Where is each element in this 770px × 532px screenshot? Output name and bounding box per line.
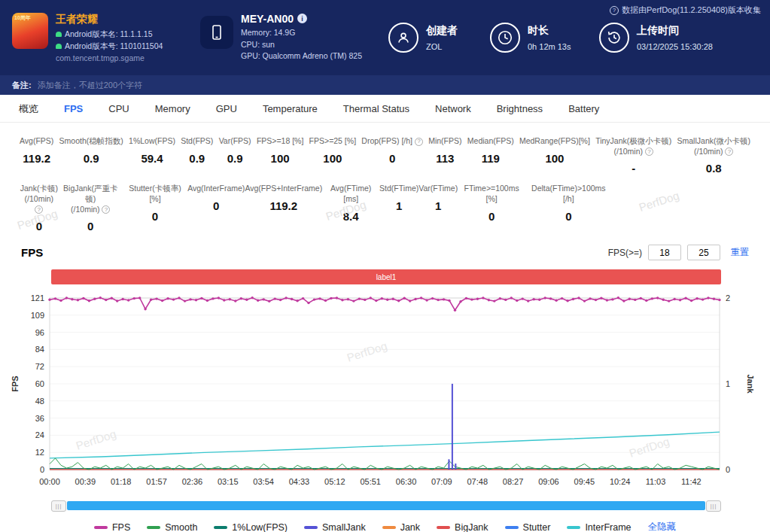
stat-avg-fps: Avg(FPS)119.2 bbox=[20, 136, 53, 175]
creator-value: ZOL bbox=[426, 42, 458, 51]
legend-marker bbox=[147, 526, 160, 529]
fps-threshold-input-1[interactable] bbox=[648, 245, 681, 260]
stat-median-fps: Median(FPS)119 bbox=[467, 136, 514, 175]
stat-label: SmallJank(微小卡顿)(/10min) ? bbox=[677, 136, 750, 157]
svg-text:PerfDog: PerfDog bbox=[345, 339, 389, 364]
fps-section-title: FPS bbox=[21, 246, 43, 259]
svg-text:84: 84 bbox=[35, 345, 44, 354]
stat-bigjank: BigJank(严重卡顿)(/10min) ?0 bbox=[59, 184, 123, 233]
device-gpu: GPU: Qualcomm Adreno (TM) 825 bbox=[241, 50, 362, 62]
history-clock-icon bbox=[599, 23, 629, 53]
reset-link[interactable]: 重置 bbox=[731, 246, 749, 259]
stats-panel: Avg(FPS)119.2Smooth(稳帧指数)0.91%Low(FPS)59… bbox=[0, 123, 770, 233]
stat-value: 0.8 bbox=[677, 162, 750, 175]
device-info-icon[interactable]: i bbox=[297, 14, 307, 23]
game-name: 王者荣耀 bbox=[56, 13, 163, 26]
stat-label: Delta(FTime)>100ms [/h] bbox=[525, 184, 611, 204]
scrollbar-left-handle[interactable]: ||| bbox=[51, 500, 66, 512]
svg-text:03:15: 03:15 bbox=[218, 477, 239, 486]
chart-legend: FPSSmooth1%Low(FPS)SmallJankJankBigJankS… bbox=[0, 521, 770, 532]
legend-marker bbox=[214, 526, 227, 529]
tab-bar: 概览FPSCPUMemoryGPUTemperatureThermal Stat… bbox=[0, 95, 770, 123]
stat-value: 0.9 bbox=[59, 152, 123, 165]
legend-label: SmallJank bbox=[322, 522, 366, 532]
stat-value: 1 bbox=[379, 199, 418, 212]
fps-threshold-input-2[interactable] bbox=[687, 245, 720, 260]
svg-text:FPS: FPS bbox=[11, 376, 20, 392]
legend-item-smooth[interactable]: Smooth bbox=[147, 522, 197, 532]
label-band-text: label1 bbox=[376, 273, 397, 281]
stat-avg-interframe: Avg(InterFrame)0 bbox=[187, 184, 245, 233]
stat-avg-fps-interframe: Avg(FPS+InterFrame)119.2 bbox=[245, 184, 322, 233]
scrollbar-track[interactable] bbox=[67, 501, 705, 510]
stat-std-fps: Std(FPS)0.9 bbox=[181, 136, 213, 175]
clock-icon bbox=[490, 23, 520, 53]
game-package-name: com.tencent.tmgp.sgame bbox=[56, 53, 163, 62]
tab-概览[interactable]: 概览 bbox=[6, 95, 51, 123]
upload-time-section: 上传时间 03/12/2025 15:30:28 bbox=[599, 23, 757, 53]
info-icon[interactable]: ? bbox=[35, 205, 43, 214]
android-icon bbox=[56, 44, 62, 49]
svg-text:72: 72 bbox=[35, 362, 44, 371]
info-icon[interactable]: ? bbox=[102, 205, 110, 214]
stat-std-ftime: Std(FTime)1 bbox=[379, 184, 418, 233]
stat-label: Stutter(卡顿率) [%] bbox=[123, 184, 187, 204]
stat-label: FTime>=100ms [%] bbox=[458, 184, 525, 204]
legend-item-jank[interactable]: Jank bbox=[382, 522, 420, 532]
tab-fps[interactable]: FPS bbox=[51, 95, 96, 123]
tab-gpu[interactable]: GPU bbox=[203, 95, 250, 123]
stat-value: 119.2 bbox=[20, 152, 53, 165]
legend-item-smalljank[interactable]: SmallJank bbox=[304, 522, 366, 532]
legend-item-interframe[interactable]: InterFrame bbox=[567, 522, 631, 532]
info-icon[interactable]: ? bbox=[725, 147, 733, 156]
help-icon[interactable]: ? bbox=[610, 6, 619, 15]
stat-stutter-%: Stutter(卡顿率) [%]0 bbox=[123, 184, 187, 233]
legend-label: BigJank bbox=[455, 522, 488, 532]
stat-label: TinyJank(极微小卡顿)(/10min) ? bbox=[595, 136, 671, 157]
legend-item-stutter[interactable]: Stutter bbox=[505, 522, 551, 532]
stat-smooth: Smooth(稳帧指数)0.9 bbox=[59, 136, 123, 175]
stat-value: 0 bbox=[458, 210, 525, 223]
phone-icon bbox=[200, 16, 233, 49]
svg-text:08:27: 08:27 bbox=[503, 477, 524, 486]
tab-thermal-status[interactable]: Thermal Status bbox=[330, 95, 422, 123]
svg-text:09:06: 09:06 bbox=[538, 477, 559, 486]
svg-text:24: 24 bbox=[35, 431, 44, 440]
svg-text:PerfDog: PerfDog bbox=[628, 435, 671, 460]
svg-text:03:54: 03:54 bbox=[253, 477, 274, 486]
legend-item-bigjank[interactable]: BigJank bbox=[437, 522, 488, 532]
label-band[interactable]: label1 bbox=[51, 269, 721, 284]
stat-value: 0 bbox=[20, 220, 59, 233]
hide-all-link[interactable]: 全隐藏 bbox=[648, 521, 677, 532]
collector-note: ? 数据由PerfDog(11.2.250408)版本收集 bbox=[610, 5, 761, 16]
stat-value: 0.9 bbox=[181, 152, 213, 165]
stat-label: Jank(卡顿)(/10min) ? bbox=[20, 184, 59, 214]
remark-bar[interactable]: 备注: 添加备注，不超过200个字符 bbox=[0, 75, 770, 95]
stat-value: 59.4 bbox=[129, 152, 175, 165]
stat-value: 0 bbox=[123, 210, 187, 223]
stat-label: Std(FTime) bbox=[379, 184, 418, 194]
stat-label: 1%Low(FPS) bbox=[129, 136, 175, 147]
tab-battery[interactable]: Battery bbox=[555, 95, 612, 123]
tab-cpu[interactable]: CPU bbox=[96, 95, 142, 123]
svg-text:109: 109 bbox=[31, 311, 44, 320]
info-icon[interactable]: ? bbox=[645, 147, 653, 156]
stat-value: 0 bbox=[187, 199, 245, 212]
fps-chart: 0122436486072849610912101200:0000:3901:1… bbox=[6, 290, 764, 495]
stat-value: 113 bbox=[428, 152, 461, 165]
tab-network[interactable]: Network bbox=[422, 95, 484, 123]
tab-brightness[interactable]: Brightness bbox=[484, 95, 555, 123]
legend-item-fps[interactable]: FPS bbox=[94, 522, 130, 532]
svg-text:02:36: 02:36 bbox=[182, 477, 203, 486]
legend-label: Smooth bbox=[165, 522, 197, 532]
duration-value: 0h 12m 13s bbox=[528, 42, 571, 51]
tab-temperature[interactable]: Temperature bbox=[250, 95, 330, 123]
tab-memory[interactable]: Memory bbox=[142, 95, 203, 123]
legend-marker bbox=[437, 526, 450, 529]
stat-label: FPS>=18 [%] bbox=[257, 136, 303, 147]
svg-text:06:30: 06:30 bbox=[396, 477, 417, 486]
info-icon[interactable]: ? bbox=[415, 138, 423, 146]
legend-item-1%low-fps-[interactable]: 1%Low(FPS) bbox=[214, 522, 288, 532]
fps-chart-svg[interactable]: 0122436486072849610912101200:0000:3901:1… bbox=[6, 290, 764, 495]
scrollbar-right-handle[interactable]: ||| bbox=[706, 500, 721, 512]
